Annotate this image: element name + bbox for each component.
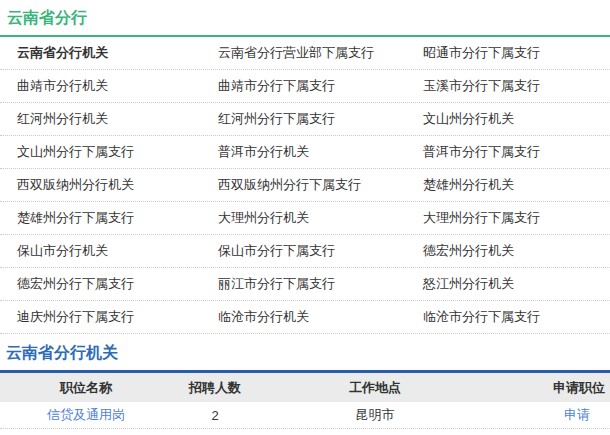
branch-link[interactable]: 临沧市分行下属支行 — [423, 308, 610, 326]
org-section-header: 云南省分行机关 — [0, 334, 610, 370]
branch-grid-row: 迪庆州分行下属支行 临沧市分行机关 临沧市分行下属支行 — [0, 301, 610, 334]
branch-grid-row: 文山州分行下属支行 普洱市分行机关 普洱市分行下属支行 — [0, 136, 610, 169]
branch-section-header: 云南省分行 — [0, 0, 610, 37]
branch-link[interactable]: 大理州分行下属支行 — [423, 209, 610, 227]
branch-grid-row: 曲靖市分行机关 曲靖市分行下属支行 玉溪市分行下属支行 — [0, 70, 610, 103]
org-section-title: 云南省分行机关 — [6, 343, 610, 362]
branch-link[interactable]: 普洱市分行机关 — [218, 143, 423, 161]
branch-link[interactable]: 文山州分行下属支行 — [17, 143, 218, 161]
branch-link[interactable]: 保山市分行机关 — [17, 242, 218, 260]
branch-link[interactable]: 德宏州分行机关 — [423, 242, 610, 260]
branch-link[interactable]: 怒江州分行机关 — [423, 275, 610, 293]
column-header-apply: 申请职位 — [492, 379, 610, 397]
branch-link[interactable]: 云南省分行营业部下属支行 — [218, 44, 423, 62]
position-link[interactable]: 信贷及通用岗 — [47, 407, 125, 422]
branch-section-title: 云南省分行 — [7, 8, 610, 28]
branch-link[interactable]: 普洱市分行下属支行 — [423, 143, 610, 161]
job-table-row: 信贷及通用岗 2 昆明市 申请 — [0, 402, 610, 429]
column-header-location: 工作地点 — [258, 379, 492, 397]
branch-link[interactable]: 昭通市分行下属支行 — [423, 44, 610, 62]
branch-link[interactable]: 大理州分行机关 — [218, 209, 423, 227]
branch-link[interactable]: 云南省分行机关 — [17, 44, 218, 62]
branch-link[interactable]: 楚雄州分行下属支行 — [17, 209, 218, 227]
branch-link[interactable]: 西双版纳州分行机关 — [17, 176, 218, 194]
branch-link[interactable]: 德宏州分行下属支行 — [17, 275, 218, 293]
branch-grid-row: 楚雄州分行下属支行 大理州分行机关 大理州分行下属支行 — [0, 202, 610, 235]
branch-link[interactable]: 临沧市分行机关 — [218, 308, 423, 326]
branch-grid-row: 德宏州分行下属支行 丽江市分行下属支行 怒江州分行机关 — [0, 268, 610, 301]
column-header-count: 招聘人数 — [172, 379, 258, 397]
branch-link[interactable]: 玉溪市分行下属支行 — [423, 77, 610, 95]
branch-grid-row: 云南省分行机关 云南省分行营业部下属支行 昭通市分行下属支行 — [0, 37, 610, 70]
branch-grid-row: 保山市分行机关 保山市分行下属支行 德宏州分行机关 — [0, 235, 610, 268]
job-table: 职位名称 招聘人数 工作地点 申请职位 信贷及通用岗 2 昆明市 申请 — [0, 373, 610, 429]
recruit-count: 2 — [172, 408, 258, 423]
branch-link[interactable]: 保山市分行下属支行 — [218, 242, 423, 260]
branch-grid: 云南省分行机关 云南省分行营业部下属支行 昭通市分行下属支行 曲靖市分行机关 曲… — [0, 37, 610, 334]
branch-link[interactable]: 曲靖市分行机关 — [17, 77, 218, 95]
column-header-position: 职位名称 — [0, 379, 172, 397]
branch-grid-row: 西双版纳州分行机关 西双版纳州分行下属支行 楚雄州分行机关 — [0, 169, 610, 202]
branch-grid-row: 红河州分行机关 红河州分行下属支行 文山州分行机关 — [0, 103, 610, 136]
apply-link[interactable]: 申请 — [564, 407, 590, 422]
branch-link[interactable]: 曲靖市分行下属支行 — [218, 77, 423, 95]
branch-link[interactable]: 丽江市分行下属支行 — [218, 275, 423, 293]
work-location: 昆明市 — [258, 406, 492, 424]
branch-link[interactable]: 红河州分行机关 — [17, 110, 218, 128]
job-table-header-row: 职位名称 招聘人数 工作地点 申请职位 — [0, 373, 610, 402]
branch-link[interactable]: 楚雄州分行机关 — [423, 176, 610, 194]
branch-link[interactable]: 文山州分行机关 — [423, 110, 610, 128]
branch-link[interactable]: 西双版纳州分行下属支行 — [218, 176, 423, 194]
page: 云南省分行 云南省分行机关 云南省分行营业部下属支行 昭通市分行下属支行 曲靖市… — [0, 0, 610, 429]
branch-link[interactable]: 红河州分行下属支行 — [218, 110, 423, 128]
branch-link[interactable]: 迪庆州分行下属支行 — [17, 308, 218, 326]
